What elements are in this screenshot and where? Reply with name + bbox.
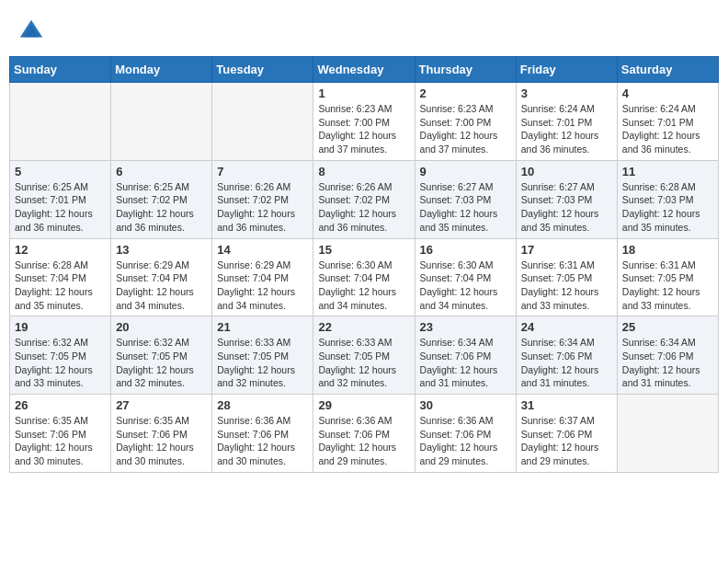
calendar-cell [617,395,718,473]
day-number: 20 [116,320,207,334]
day-info: Sunrise: 6:36 AMSunset: 7:06 PMDaylight:… [217,414,308,468]
week-row-2: 5Sunrise: 6:25 AMSunset: 7:01 PMDaylight… [10,160,719,238]
day-number: 25 [622,320,713,334]
calendar-cell: 15Sunrise: 6:30 AMSunset: 7:04 PMDayligh… [313,238,415,316]
weekday-header-monday: Monday [111,57,212,83]
day-info: Sunrise: 6:34 AMSunset: 7:06 PMDaylight:… [420,336,511,390]
calendar-cell: 21Sunrise: 6:33 AMSunset: 7:05 PMDayligh… [212,316,313,395]
day-info: Sunrise: 6:31 AMSunset: 7:05 PMDaylight:… [521,259,612,313]
day-number: 1 [318,86,409,100]
day-number: 3 [521,86,612,100]
week-row-5: 26Sunrise: 6:35 AMSunset: 7:06 PMDayligh… [10,395,719,473]
calendar-cell: 22Sunrise: 6:33 AMSunset: 7:05 PMDayligh… [313,316,415,395]
calendar-cell: 12Sunrise: 6:28 AMSunset: 7:04 PMDayligh… [10,238,111,316]
calendar-cell: 8Sunrise: 6:26 AMSunset: 7:02 PMDaylight… [313,160,415,238]
day-info: Sunrise: 6:27 AMSunset: 7:03 PMDaylight:… [420,180,511,235]
day-info: Sunrise: 6:36 AMSunset: 7:06 PMDaylight:… [318,414,409,468]
calendar-cell [111,83,212,161]
calendar-cell: 13Sunrise: 6:29 AMSunset: 7:04 PMDayligh… [111,238,212,316]
logo-icon [18,18,44,44]
day-info: Sunrise: 6:23 AMSunset: 7:00 PMDaylight:… [420,102,511,156]
weekday-header-wednesday: Wednesday [313,57,415,83]
day-number: 4 [622,86,713,100]
day-number: 19 [15,320,106,334]
calendar-cell: 31Sunrise: 6:37 AMSunset: 7:06 PMDayligh… [516,395,617,473]
week-row-1: 1Sunrise: 6:23 AMSunset: 7:00 PMDaylight… [10,83,719,161]
day-number: 9 [420,165,511,178]
day-info: Sunrise: 6:25 AMSunset: 7:01 PMDaylight:… [15,180,106,235]
day-info: Sunrise: 6:27 AMSunset: 7:03 PMDaylight:… [521,180,612,235]
day-info: Sunrise: 6:25 AMSunset: 7:02 PMDaylight:… [116,180,207,235]
calendar-cell: 30Sunrise: 6:36 AMSunset: 7:06 PMDayligh… [415,395,516,473]
day-number: 11 [622,165,713,178]
calendar-cell: 29Sunrise: 6:36 AMSunset: 7:06 PMDayligh… [313,395,415,473]
day-number: 29 [318,398,409,412]
calendar-cell: 27Sunrise: 6:35 AMSunset: 7:06 PMDayligh… [111,395,212,473]
day-number: 31 [521,398,612,412]
day-info: Sunrise: 6:32 AMSunset: 7:05 PMDaylight:… [116,336,207,390]
calendar-cell: 6Sunrise: 6:25 AMSunset: 7:02 PMDaylight… [111,160,212,238]
day-number: 10 [521,165,612,178]
calendar-cell [10,83,111,161]
week-row-4: 19Sunrise: 6:32 AMSunset: 7:05 PMDayligh… [10,316,719,395]
weekday-header-saturday: Saturday [617,57,718,83]
calendar-cell: 16Sunrise: 6:30 AMSunset: 7:04 PMDayligh… [415,238,516,316]
weekday-header-friday: Friday [516,57,617,83]
calendar-cell: 28Sunrise: 6:36 AMSunset: 7:06 PMDayligh… [212,395,313,473]
weekday-header-thursday: Thursday [415,57,516,83]
day-number: 14 [217,243,308,257]
calendar-cell: 25Sunrise: 6:34 AMSunset: 7:06 PMDayligh… [617,316,718,395]
day-number: 8 [318,165,409,178]
day-number: 12 [15,243,106,257]
day-info: Sunrise: 6:35 AMSunset: 7:06 PMDaylight:… [15,414,106,468]
day-number: 18 [622,243,713,257]
calendar-cell [212,83,313,161]
day-number: 15 [318,243,409,257]
page: SundayMondayTuesdayWednesdayThursdayFrid… [0,0,728,482]
day-info: Sunrise: 6:35 AMSunset: 7:06 PMDaylight:… [116,414,207,468]
day-info: Sunrise: 6:24 AMSunset: 7:01 PMDaylight:… [521,102,612,156]
calendar-cell: 10Sunrise: 6:27 AMSunset: 7:03 PMDayligh… [516,160,617,238]
day-number: 22 [318,320,409,334]
weekday-header-row: SundayMondayTuesdayWednesdayThursdayFrid… [10,57,719,83]
header [9,9,719,49]
day-info: Sunrise: 6:31 AMSunset: 7:05 PMDaylight:… [622,259,713,313]
day-number: 6 [116,165,207,178]
day-number: 23 [420,320,511,334]
day-info: Sunrise: 6:37 AMSunset: 7:06 PMDaylight:… [521,414,612,468]
day-number: 5 [15,165,106,178]
day-info: Sunrise: 6:28 AMSunset: 7:04 PMDaylight:… [15,259,106,313]
day-info: Sunrise: 6:30 AMSunset: 7:04 PMDaylight:… [318,259,409,313]
calendar-cell: 17Sunrise: 6:31 AMSunset: 7:05 PMDayligh… [516,238,617,316]
day-number: 27 [116,398,207,412]
day-info: Sunrise: 6:33 AMSunset: 7:05 PMDaylight:… [217,336,308,390]
day-info: Sunrise: 6:28 AMSunset: 7:03 PMDaylight:… [622,180,713,235]
day-number: 7 [217,165,308,178]
day-info: Sunrise: 6:26 AMSunset: 7:02 PMDaylight:… [217,180,308,235]
calendar-cell: 19Sunrise: 6:32 AMSunset: 7:05 PMDayligh… [10,316,111,395]
day-number: 17 [521,243,612,257]
calendar-cell: 11Sunrise: 6:28 AMSunset: 7:03 PMDayligh… [617,160,718,238]
day-info: Sunrise: 6:26 AMSunset: 7:02 PMDaylight:… [318,180,409,235]
logo [18,18,48,44]
day-info: Sunrise: 6:29 AMSunset: 7:04 PMDaylight:… [116,259,207,313]
calendar-cell: 23Sunrise: 6:34 AMSunset: 7:06 PMDayligh… [415,316,516,395]
day-info: Sunrise: 6:29 AMSunset: 7:04 PMDaylight:… [217,259,308,313]
day-number: 28 [217,398,308,412]
calendar-cell: 20Sunrise: 6:32 AMSunset: 7:05 PMDayligh… [111,316,212,395]
day-info: Sunrise: 6:24 AMSunset: 7:01 PMDaylight:… [622,102,713,156]
week-row-3: 12Sunrise: 6:28 AMSunset: 7:04 PMDayligh… [10,238,719,316]
day-number: 30 [420,398,511,412]
calendar-cell: 14Sunrise: 6:29 AMSunset: 7:04 PMDayligh… [212,238,313,316]
calendar-cell: 3Sunrise: 6:24 AMSunset: 7:01 PMDaylight… [516,83,617,161]
calendar-cell: 18Sunrise: 6:31 AMSunset: 7:05 PMDayligh… [617,238,718,316]
day-info: Sunrise: 6:34 AMSunset: 7:06 PMDaylight:… [521,336,612,390]
calendar-cell: 4Sunrise: 6:24 AMSunset: 7:01 PMDaylight… [617,83,718,161]
day-info: Sunrise: 6:36 AMSunset: 7:06 PMDaylight:… [420,414,511,468]
weekday-header-tuesday: Tuesday [212,57,313,83]
day-number: 2 [420,86,511,100]
weekday-header-sunday: Sunday [10,57,111,83]
day-number: 24 [521,320,612,334]
calendar-cell: 24Sunrise: 6:34 AMSunset: 7:06 PMDayligh… [516,316,617,395]
calendar: SundayMondayTuesdayWednesdayThursdayFrid… [9,56,719,473]
